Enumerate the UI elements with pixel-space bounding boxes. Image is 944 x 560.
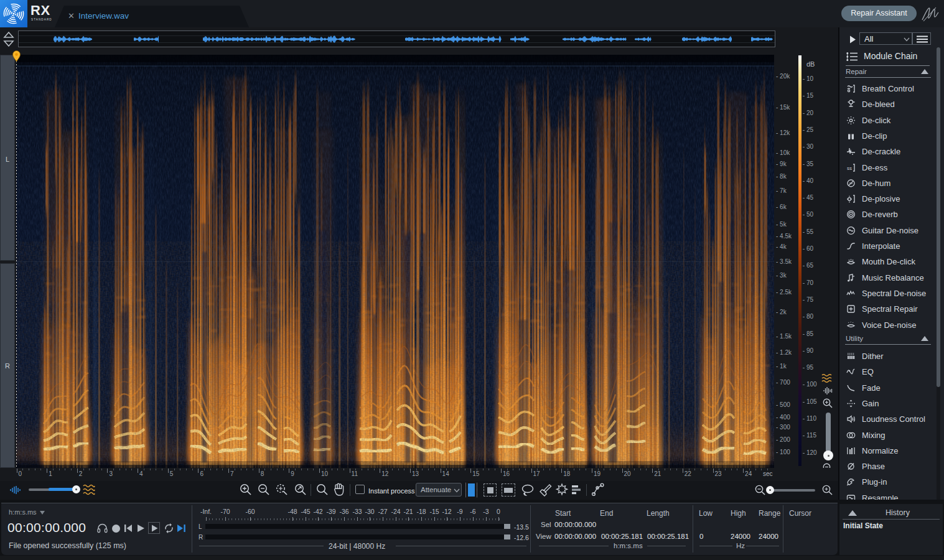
svg-text:ss: ss — [847, 166, 852, 171]
